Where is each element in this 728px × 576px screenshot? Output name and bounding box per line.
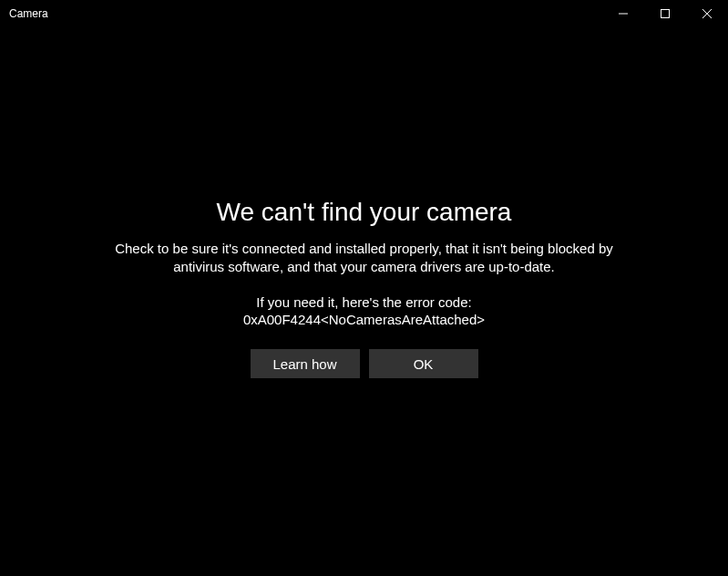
error-content: We can't find your camera Check to be su…: [0, 0, 728, 576]
ok-button[interactable]: OK: [369, 349, 478, 378]
learn-how-button[interactable]: Learn how: [251, 349, 360, 378]
error-description: Check to be sure it's connected and inst…: [109, 240, 620, 277]
button-row: Learn how OK: [251, 349, 478, 378]
error-code-prompt: If you need it, here's the error code:: [256, 294, 471, 310]
error-code: 0xA00F4244<NoCamerasAreAttached>: [243, 312, 485, 327]
error-heading: We can't find your camera: [217, 198, 512, 227]
